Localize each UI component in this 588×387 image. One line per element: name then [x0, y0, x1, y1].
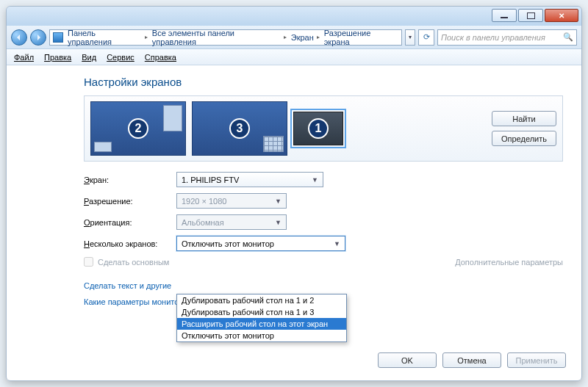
preview-grid-icon	[263, 136, 284, 152]
minimize-button[interactable]	[492, 9, 517, 22]
monitor-preview: 2 3 1 Найти Определить	[84, 95, 563, 162]
dropdown-option-selected[interactable]: Расширить рабочий стол на этот экран	[177, 318, 346, 330]
text-size-link[interactable]: Сделать текст и другие	[84, 281, 563, 290]
detect-button[interactable]: Определить	[492, 131, 556, 146]
ok-button[interactable]: OK	[378, 352, 437, 368]
window: Панель управления▸ Все элементы панели у…	[6, 6, 582, 381]
apply-button[interactable]: Применить	[507, 352, 566, 368]
preview-window-icon	[163, 105, 182, 131]
search-placeholder: Поиск в панели управления	[441, 33, 545, 42]
dropdown-option[interactable]: Отключить этот монитор	[177, 330, 346, 341]
refresh-button[interactable]	[418, 29, 434, 46]
maximize-button[interactable]	[518, 9, 543, 22]
breadcrumb-item[interactable]: Разрешение экрана	[324, 29, 398, 46]
find-button[interactable]: Найти	[492, 111, 556, 126]
menu-service[interactable]: Сервис	[107, 53, 135, 62]
page-title: Настройки экранов	[84, 76, 563, 88]
advanced-link[interactable]: Дополнительные параметры	[455, 258, 563, 267]
menu-help[interactable]: Справка	[145, 53, 176, 62]
search-input[interactable]: Поиск в панели управления 🔍	[437, 29, 577, 46]
monitor-1[interactable]: 1	[293, 112, 343, 145]
make-primary-label: Сделать основным	[98, 258, 169, 267]
preview-taskbar-icon	[94, 142, 112, 152]
cancel-button[interactable]: Отмена	[442, 352, 501, 368]
search-icon: 🔍	[563, 32, 573, 42]
screen-select[interactable]: 1. PHILIPS FTV▼	[176, 172, 323, 187]
multi-display-dropdown[interactable]: Дублировать рабочий стол на 1 и 2 Дублир…	[176, 294, 347, 342]
button-bar: OK Отмена Применить	[378, 352, 566, 368]
breadcrumb-item[interactable]: Экран▸	[291, 33, 323, 42]
breadcrumb-item[interactable]: Все элементы панели управления▸	[152, 29, 290, 46]
menubar: Файл Правка Вид Сервис Справка	[7, 49, 581, 65]
multi-display-select[interactable]: Отключить этот монитор▼	[176, 236, 345, 251]
dropdown-option[interactable]: Дублировать рабочий стол на 1 и 3	[177, 306, 346, 318]
forward-button[interactable]	[30, 29, 46, 46]
resolution-select: 1920 × 1080▼	[176, 193, 287, 209]
monitor-number: 3	[229, 118, 250, 139]
make-primary-checkbox	[84, 257, 93, 267]
dropdown-option[interactable]: Дублировать рабочий стол на 1 и 2	[177, 294, 346, 306]
control-panel-icon	[53, 32, 63, 43]
breadcrumb-item[interactable]: Панель управления▸	[68, 29, 151, 46]
menu-view[interactable]: Вид	[82, 53, 96, 62]
monitor-number: 2	[128, 118, 148, 139]
label-resolution: Разрешение:	[84, 197, 176, 206]
back-button[interactable]	[11, 29, 27, 46]
menu-file[interactable]: Файл	[14, 53, 34, 62]
label-orientation: Ориентация:	[84, 218, 176, 227]
close-button[interactable]	[545, 9, 578, 22]
monitor-3[interactable]: 3	[192, 101, 287, 156]
content: Настройки экранов 2 3 1 Найти Определить	[7, 65, 581, 380]
explorer-bar: Панель управления▸ Все элементы панели у…	[7, 26, 581, 49]
menu-edit[interactable]: Правка	[44, 53, 71, 62]
orientation-select: Альбомная▼	[176, 214, 287, 230]
titlebar	[7, 7, 581, 26]
label-multi: Несколько экранов:	[84, 239, 176, 248]
breadcrumb-dropdown[interactable]	[405, 29, 415, 46]
monitor-2[interactable]: 2	[90, 101, 186, 156]
breadcrumb[interactable]: Панель управления▸ Все элементы панели у…	[49, 29, 402, 46]
label-screen: Экран:	[84, 176, 176, 184]
monitor-number: 1	[308, 118, 329, 139]
